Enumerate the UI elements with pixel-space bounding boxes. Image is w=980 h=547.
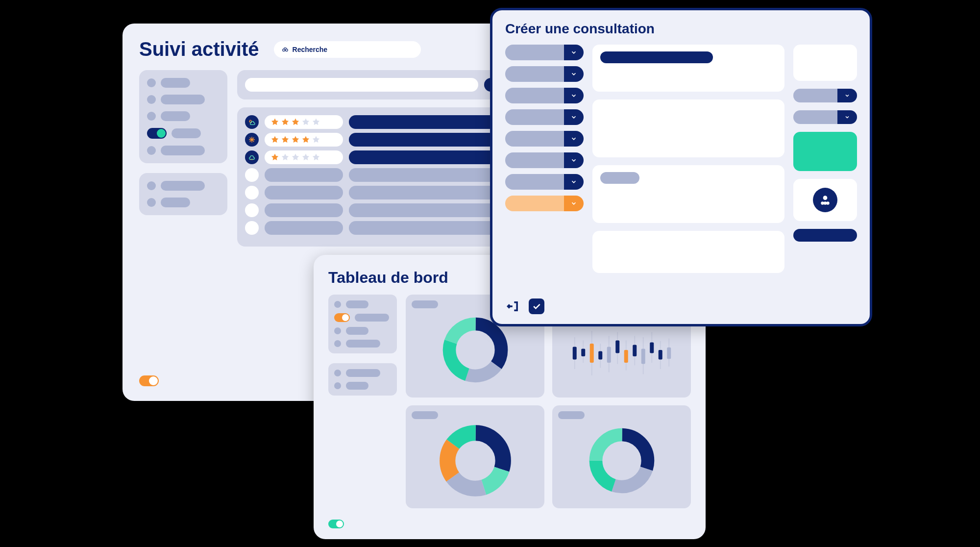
- confirm-button[interactable]: [529, 298, 544, 314]
- dropdown-select[interactable]: [505, 45, 584, 60]
- dropdown-select[interactable]: [505, 174, 584, 190]
- dashboard-footer-toggle[interactable]: [328, 520, 344, 528]
- user-avatar-icon: [813, 188, 837, 212]
- svg-point-39: [596, 435, 648, 487]
- chevron-down-icon: [570, 92, 577, 99]
- sidebar-item[interactable]: [147, 181, 220, 191]
- sidebar-item[interactable]: [147, 111, 220, 121]
- sidebar-item[interactable]: [147, 78, 220, 88]
- sidebar-item[interactable]: [334, 369, 391, 377]
- chevron-down-icon: [570, 157, 577, 164]
- svg-rect-30: [667, 348, 671, 359]
- item-label: [346, 327, 368, 335]
- card-title-bar: [600, 51, 713, 63]
- star-rating: [265, 115, 343, 129]
- chevron-down-icon: [844, 114, 850, 120]
- item-label: [355, 314, 389, 322]
- svg-rect-28: [658, 350, 662, 360]
- chevron-down-icon: [844, 93, 850, 99]
- item-label: [161, 181, 205, 191]
- consultation-footer-actions: [505, 298, 544, 314]
- dot-icon: [334, 370, 341, 376]
- dropdown-select[interactable]: [505, 131, 584, 147]
- item-label: [161, 111, 190, 121]
- text-card-2[interactable]: [592, 99, 784, 157]
- svg-rect-20: [624, 350, 628, 363]
- sidebar-group-2: [328, 363, 397, 396]
- secondary-button[interactable]: [793, 229, 857, 242]
- svg-point-0: [282, 49, 285, 51]
- empty-dot-icon: [245, 221, 259, 235]
- item-label: [172, 128, 201, 138]
- item-label: [161, 198, 190, 207]
- activity-footer-toggle[interactable]: [139, 375, 159, 386]
- sidebar-group-2: [139, 173, 227, 215]
- dropdown-select[interactable]: [505, 66, 584, 82]
- svg-rect-8: [572, 347, 576, 360]
- sidebar-item[interactable]: [147, 146, 220, 155]
- star-rating: [265, 150, 343, 164]
- consultation-main: [592, 45, 784, 273]
- chart-grid: [406, 295, 691, 508]
- activity-title: Suivi activité: [139, 38, 259, 60]
- sidebar-item[interactable]: [334, 340, 391, 348]
- snowflake-icon: [245, 133, 259, 147]
- empty-rating: [265, 168, 343, 182]
- back-button[interactable]: [505, 298, 521, 314]
- text-card-3[interactable]: [592, 165, 784, 223]
- chevron-down-icon: [570, 114, 577, 121]
- primary-action-button[interactable]: [793, 132, 857, 171]
- text-card-4[interactable]: [592, 231, 784, 273]
- chevron-down-icon: [570, 49, 577, 56]
- sidebar-item[interactable]: [334, 300, 391, 308]
- text-card-1[interactable]: [592, 45, 784, 92]
- sidebar-group-1: [139, 70, 227, 163]
- user-card[interactable]: [793, 179, 857, 221]
- dropdown-select[interactable]: [793, 89, 857, 102]
- sidebar-item[interactable]: [147, 198, 220, 207]
- filter-input[interactable]: [245, 78, 478, 92]
- sidebar-item[interactable]: [334, 327, 391, 335]
- dropdown-select-highlighted[interactable]: [505, 196, 584, 211]
- svg-point-40: [823, 196, 828, 200]
- sidebar-item[interactable]: [334, 382, 391, 390]
- dot-icon: [334, 382, 341, 389]
- search-input[interactable]: Recherche: [274, 41, 421, 58]
- svg-point-43: [826, 201, 830, 205]
- chart-tile-4[interactable]: [552, 405, 691, 508]
- item-label: [346, 369, 380, 377]
- tile-label: [412, 300, 438, 308]
- toggle-switch[interactable]: [334, 313, 350, 322]
- dot-icon: [147, 95, 156, 104]
- empty-dot-icon: [245, 203, 259, 217]
- svg-point-35: [447, 433, 503, 489]
- chart-tile-3[interactable]: [406, 405, 544, 508]
- consultation-right: [793, 45, 857, 273]
- svg-rect-16: [607, 347, 611, 363]
- rain-cloud-icon: [245, 150, 259, 164]
- dropdown-select[interactable]: [793, 110, 857, 124]
- empty-dot-icon: [245, 168, 259, 182]
- sidebar-item[interactable]: [147, 95, 220, 104]
- dropdown-select[interactable]: [505, 152, 584, 168]
- small-card[interactable]: [793, 45, 857, 81]
- sidebar-item-active[interactable]: [334, 313, 391, 322]
- svg-rect-18: [615, 341, 619, 353]
- dropdown-select[interactable]: [505, 109, 584, 125]
- item-label: [346, 340, 380, 348]
- donut-chart-icon: [588, 426, 656, 495]
- toggle-switch[interactable]: [147, 128, 167, 139]
- dot-icon: [147, 181, 156, 190]
- sidebar-item-active[interactable]: [147, 128, 220, 139]
- svg-rect-22: [633, 345, 637, 356]
- empty-dot-icon: [245, 186, 259, 199]
- empty-rating: [265, 221, 343, 235]
- empty-rating: [265, 203, 343, 217]
- item-label: [346, 382, 368, 390]
- dot-icon: [147, 198, 156, 207]
- dropdown-select[interactable]: [505, 88, 584, 103]
- card-tag: [600, 172, 639, 184]
- chevron-down-icon: [570, 200, 577, 207]
- chevron-down-icon: [570, 178, 577, 185]
- svg-rect-26: [650, 343, 654, 353]
